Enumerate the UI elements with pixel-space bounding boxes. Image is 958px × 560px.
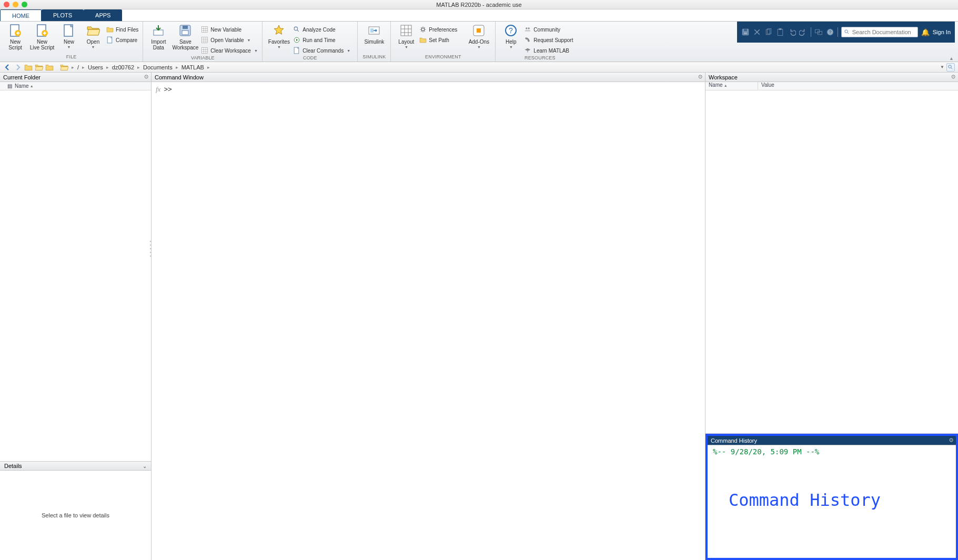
new-variable-button[interactable]: New Variable [200, 25, 259, 34]
group-simulink: Simulink SIMULINK [358, 22, 391, 62]
panel-menu-icon[interactable]: ⊙ [949, 437, 953, 443]
collapse-toolstrip-button[interactable]: ▴ [947, 55, 955, 60]
clear-workspace-button[interactable]: Clear Workspace ▼ [200, 46, 259, 55]
breadcrumb[interactable]: / [77, 64, 79, 70]
import-data-button[interactable]: Import Data [146, 23, 170, 50]
compare-button[interactable]: Compare [105, 35, 139, 45]
new-script-button[interactable]: New Script [3, 23, 27, 50]
history-timestamp-comment[interactable]: %-- 9/28/20, 5:09 PM --% [713, 447, 951, 456]
panel-title-workspace[interactable]: Workspace ⊙ [705, 73, 958, 82]
panel-title-command-history[interactable]: Command History ⊙ [708, 436, 956, 445]
qat-help-icon[interactable] [826, 28, 834, 36]
command-history-body[interactable]: %-- 9/28/20, 5:09 PM --% Command History [708, 445, 956, 558]
nav-back-button[interactable] [3, 63, 12, 72]
addons-button[interactable]: Add-Ons ▼ [466, 23, 492, 49]
find-files-button[interactable]: Find Files [105, 25, 139, 34]
group-code: Favorites ▼ Analyze Code Run and Time Cl… [263, 22, 358, 62]
address-dropdown-button[interactable]: ▼ [940, 65, 944, 69]
qat-cut-icon[interactable] [753, 28, 761, 36]
import-icon [152, 24, 165, 37]
fx-icon[interactable]: fx [156, 85, 160, 94]
group-label-code: CODE [266, 55, 354, 62]
new-button[interactable]: New ▼ [57, 23, 81, 49]
caret-down-icon: ▼ [92, 45, 95, 49]
workspace-list[interactable] [705, 90, 958, 433]
chevron-right-icon[interactable]: ▸ [175, 65, 179, 70]
nav-history-button[interactable] [45, 63, 54, 72]
close-icon[interactable] [4, 2, 9, 7]
qat-redo-icon[interactable] [799, 28, 808, 36]
open-button[interactable]: Open ▼ [81, 23, 105, 49]
details-toggle[interactable]: Details ⌄ [0, 461, 151, 471]
qat-switch-windows-icon[interactable] [814, 28, 823, 36]
tab-plots[interactable]: PLOTS [42, 9, 84, 21]
simulink-button[interactable]: Simulink [361, 23, 387, 45]
open-variable-button[interactable]: Open Variable ▼ [200, 35, 259, 45]
command-prompt: >> [164, 85, 172, 93]
chevron-right-icon[interactable]: ▸ [136, 65, 141, 70]
current-folder-list[interactable] [0, 90, 151, 461]
current-folder-icon[interactable] [60, 63, 68, 72]
panel-title-current-folder[interactable]: Current Folder ⊙ [0, 73, 151, 82]
zoom-icon[interactable] [22, 2, 27, 7]
tab-apps[interactable]: APPS [84, 9, 122, 21]
addons-icon [472, 24, 486, 37]
nav-up-button[interactable] [24, 63, 33, 72]
command-window-input-area[interactable]: fx >> [152, 82, 705, 560]
caret-down-icon: ▼ [347, 49, 350, 53]
layout-button[interactable]: Layout ▼ [394, 23, 418, 49]
sign-in-button[interactable]: Sign In [933, 29, 951, 35]
quick-access-toolbar: 🔔 Sign In [737, 22, 955, 43]
search-documentation-input[interactable] [852, 29, 915, 35]
breadcrumb[interactable]: dz00762 [112, 64, 134, 70]
learn-icon [524, 47, 531, 54]
group-label-resources: RESOURCES [499, 55, 581, 62]
chevron-right-icon[interactable]: ▸ [81, 65, 86, 70]
panel-title-command-window[interactable]: Command Window ⊙ [152, 73, 705, 82]
chevron-right-icon[interactable]: ▸ [105, 65, 110, 70]
support-icon [524, 36, 531, 44]
qat-paste-icon[interactable] [776, 28, 784, 36]
chevron-right-icon[interactable]: ▸ [206, 65, 211, 70]
request-support-button[interactable]: Request Support [523, 35, 581, 45]
splitter-handle[interactable] [150, 241, 152, 257]
save-workspace-button[interactable]: Save Workspace [170, 23, 200, 50]
caret-down-icon: ▼ [277, 45, 281, 49]
nav-forward-button[interactable] [14, 63, 22, 72]
qat-save-icon[interactable] [741, 28, 750, 36]
learn-matlab-button[interactable]: Learn MATLAB [523, 46, 581, 55]
analyze-code-button[interactable]: Analyze Code [292, 25, 354, 34]
group-variable: Import Data Save Workspace New Variable … [143, 22, 263, 62]
qat-copy-icon[interactable] [764, 28, 773, 36]
preferences-button[interactable]: Preferences [418, 25, 466, 34]
window-controls[interactable] [4, 2, 27, 7]
search-folder-button[interactable] [946, 63, 955, 72]
variable-open-icon [201, 36, 208, 44]
run-and-time-button[interactable]: Run and Time [292, 35, 354, 45]
current-folder-column-header[interactable]: ▤ Name ▲ [0, 82, 151, 90]
favorites-button[interactable]: Favorites ▼ [266, 23, 292, 49]
caret-down-icon: ▼ [67, 45, 71, 49]
panel-menu-icon[interactable]: ⊙ [698, 74, 702, 79]
notifications-icon[interactable]: 🔔 [921, 28, 930, 36]
workspace-column-headers[interactable]: Name▲ Value [705, 82, 958, 90]
panel-menu-icon[interactable]: ⊙ [144, 74, 148, 79]
tab-home[interactable]: HOME [0, 9, 42, 21]
breadcrumb[interactable]: Documents [143, 64, 173, 70]
community-button[interactable]: Community [523, 25, 581, 34]
panel-menu-icon[interactable]: ⊙ [951, 74, 955, 79]
nav-browse-button[interactable] [35, 63, 43, 72]
address-bar: ▸ / ▸ Users ▸ dz00762 ▸ Documents ▸ MATL… [0, 62, 958, 73]
breadcrumb[interactable]: MATLAB [181, 64, 204, 70]
minimize-icon[interactable] [13, 2, 18, 7]
svg-rect-22 [779, 28, 781, 30]
clear-commands-button[interactable]: Clear Commands ▼ [292, 46, 354, 55]
help-button[interactable]: Help ▼ [499, 23, 523, 49]
new-live-script-button[interactable]: New Live Script [27, 23, 57, 50]
save-icon [178, 24, 192, 37]
layout-icon [399, 24, 413, 37]
set-path-button[interactable]: Set Path [418, 35, 466, 45]
search-documentation-box[interactable] [841, 27, 918, 37]
qat-undo-icon[interactable] [788, 28, 796, 36]
breadcrumb[interactable]: Users [88, 64, 103, 70]
